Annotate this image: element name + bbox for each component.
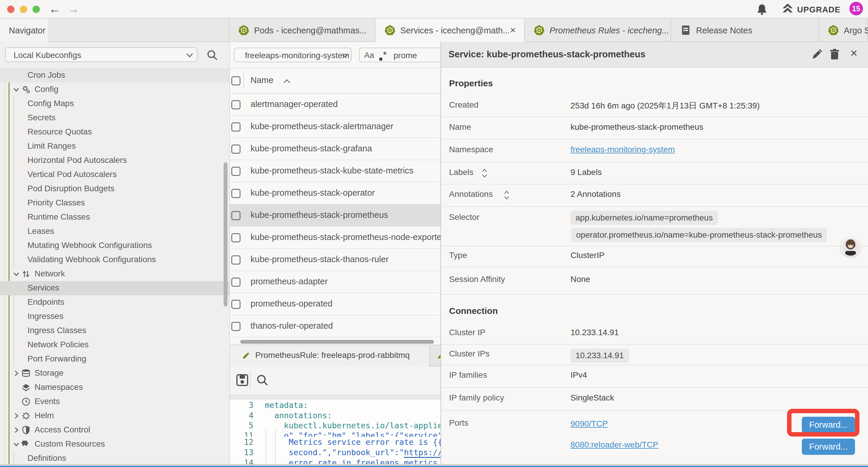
sidebar-item-vertical-pod-autoscalers[interactable]: Vertical Pod Autoscalers	[0, 168, 229, 182]
dock-tab-prometheusrule[interactable]: PrometheusRule: freeleaps-prod-rabbitmq	[230, 345, 430, 367]
bell-icon[interactable]	[756, 4, 768, 16]
sidebar-item-cron-jobs[interactable]: Cron Jobs	[0, 68, 229, 83]
sidebar-item-validating-webhook-configurations[interactable]: Validating Webhook Configurations	[0, 253, 229, 267]
match-case-toggle[interactable]: Aa	[364, 51, 374, 60]
table-row[interactable]: kube-prometheus-stack-thanos-ruler	[230, 249, 441, 271]
sort-toggle-icon[interactable]	[503, 190, 510, 200]
chevron-right-icon[interactable]	[12, 370, 20, 377]
port-link[interactable]: 9090/TCP	[570, 419, 608, 429]
row-checkbox[interactable]	[231, 211, 241, 220]
notification-badge[interactable]: 15	[849, 2, 863, 16]
table-horizontal-scrollbar[interactable]	[240, 340, 434, 344]
row-checkbox[interactable]	[231, 278, 241, 287]
sidebar-item-ingress-classes[interactable]: Ingress Classes	[0, 324, 229, 338]
port-link[interactable]: 8080:reloader-web/TCP	[570, 440, 658, 449]
sidebar-item-network-policies[interactable]: Network Policies	[0, 338, 229, 352]
table-row[interactable]: kube-prometheus-stack-alertmanager	[230, 116, 441, 138]
chevron-right-icon[interactable]	[12, 412, 20, 420]
minimize-window-button[interactable]	[20, 6, 27, 13]
sidebar-item-label: Horizontal Pod Autoscalers	[28, 155, 127, 165]
sidebar-item-leases[interactable]: Leases	[0, 224, 229, 238]
sidebar-item-mutating-webhook-configurations[interactable]: Mutating Webhook Configurations	[0, 238, 229, 253]
sidebar-item-runtime-classes[interactable]: Runtime Classes	[0, 210, 229, 224]
sidebar-item-limit-ranges[interactable]: Limit Ranges	[0, 139, 229, 153]
yaml-editor[interactable]: 3metadata:4 annotations:5 kubectl.kubern…	[230, 400, 440, 467]
table-row[interactable]: kube-prometheus-stack-prometheus-node-ex…	[230, 227, 441, 249]
sidebar-item-horizontal-pod-autoscalers[interactable]: Horizontal Pod Autoscalers	[0, 153, 229, 168]
property-value-link[interactable]: freeleaps-monitoring-system	[570, 145, 675, 154]
sidebar-item-priority-classes[interactable]: Priority Classes	[0, 196, 229, 210]
chevron-right-icon[interactable]	[12, 426, 20, 434]
sidebar-item-storage[interactable]: Storage	[0, 366, 229, 380]
table-row[interactable]: thanos-ruler-operated	[230, 315, 441, 338]
avatar[interactable]	[841, 237, 860, 257]
kubeconfig-select[interactable]: Local Kubeconfigs	[5, 47, 197, 62]
select-all-checkbox[interactable]	[231, 76, 241, 85]
maximize-window-button[interactable]	[32, 6, 40, 13]
sidebar-item-secrets[interactable]: Secrets	[0, 111, 229, 125]
tab-close-icon[interactable]: ×	[510, 24, 516, 36]
tab-pods-icecheng-mathmas[interactable]: Pods - icecheng@mathmas...	[229, 19, 375, 42]
sidebar-item-namespaces[interactable]: Namespaces	[0, 380, 229, 395]
save-icon[interactable]	[236, 373, 249, 387]
row-checkbox[interactable]	[231, 167, 241, 176]
tab-navigator[interactable]: Navigator	[0, 19, 48, 42]
sidebar-item-config-maps[interactable]: Config Maps	[0, 97, 229, 111]
value-chip: operator.prometheus.io/name=kube-prometh…	[571, 228, 827, 242]
table-row[interactable]: kube-prometheus-stack-kube-state-metrics	[230, 160, 441, 182]
sidebar-item-resource-quotas[interactable]: Resource Quotas	[0, 125, 229, 139]
sidebar-item-events[interactable]: Events	[0, 395, 229, 409]
chevron-down-icon[interactable]	[12, 270, 20, 278]
sort-toggle-icon[interactable]	[481, 168, 488, 178]
upgrade-icon[interactable]	[781, 3, 794, 16]
column-header-name[interactable]: Name	[251, 76, 273, 85]
sidebar-item-port-forwarding[interactable]: Port Forwarding	[0, 352, 229, 366]
row-checkbox[interactable]	[231, 255, 241, 265]
sidebar-item-definitions[interactable]: Definitions	[0, 451, 229, 466]
tab-services-icecheng-math[interactable]: Services - icecheng@math...×	[375, 19, 525, 42]
back-button[interactable]: ←	[49, 3, 61, 15]
sidebar-scrollbar[interactable]	[224, 162, 227, 307]
delete-trash-icon[interactable]	[829, 48, 840, 61]
sidebar-item-access-control[interactable]: Access Control	[0, 423, 229, 437]
table-row[interactable]: alertmanager-operated	[230, 94, 441, 116]
namespace-select[interactable]: freeleaps-monitoring-system	[234, 48, 351, 62]
forward-button[interactable]: Forward...	[802, 439, 855, 455]
row-checkbox[interactable]	[231, 300, 241, 309]
edit-pencil-icon[interactable]	[811, 49, 823, 60]
table-search-input[interactable]: Aa * prome	[359, 48, 447, 62]
tab-release-notes[interactable]: Release Notes	[671, 19, 819, 42]
sidebar-item-ingresses[interactable]: Ingresses	[0, 310, 229, 324]
row-checkbox[interactable]	[231, 145, 241, 154]
table-row[interactable]: kube-prometheus-stack-prometheus	[230, 205, 441, 227]
close-window-button[interactable]	[7, 6, 14, 13]
sidebar-item-services[interactable]: Services	[0, 281, 229, 295]
sidebar-item-endpoints[interactable]: Endpoints	[0, 295, 229, 310]
chevron-down-icon[interactable]	[12, 86, 20, 93]
editor-search-icon[interactable]	[256, 374, 269, 387]
row-checkbox[interactable]	[231, 100, 241, 109]
sidebar-item-config[interactable]: Config	[0, 83, 229, 97]
table-row[interactable]: prometheus-operated	[230, 293, 441, 315]
regex-toggle[interactable]: *	[378, 49, 390, 62]
row-checkbox[interactable]	[231, 233, 241, 242]
sidebar-item-network[interactable]: Network	[0, 267, 229, 281]
forward-button[interactable]: →	[67, 3, 79, 15]
sidebar-item-label: Ingresses	[28, 312, 63, 321]
tab-prometheus-rules-icecheng[interactable]: Prometheus Rules - icecheng...	[525, 19, 671, 42]
table-row[interactable]: kube-prometheus-stack-operator	[230, 182, 441, 205]
upgrade-button[interactable]: UPGRADE	[797, 5, 840, 14]
tab-argo-se[interactable]: Argo Se	[819, 19, 868, 42]
row-checkbox[interactable]	[231, 189, 241, 198]
sidebar-item-pod-disruption-budgets[interactable]: Pod Disruption Budgets	[0, 182, 229, 196]
sidebar-item-label: Secrets	[28, 113, 56, 122]
close-icon[interactable]: ×	[850, 46, 858, 60]
row-checkbox[interactable]	[231, 122, 241, 132]
chevron-down-icon[interactable]	[12, 440, 20, 448]
table-row[interactable]: kube-prometheus-stack-grafana	[230, 138, 441, 160]
row-checkbox[interactable]	[231, 322, 241, 331]
table-row[interactable]: prometheus-adapter	[230, 271, 441, 293]
sidebar-search-icon[interactable]	[206, 49, 218, 61]
sidebar-item-helm[interactable]: Helm	[0, 409, 229, 423]
sidebar-item-custom-resources[interactable]: Custom Resources	[0, 437, 229, 451]
